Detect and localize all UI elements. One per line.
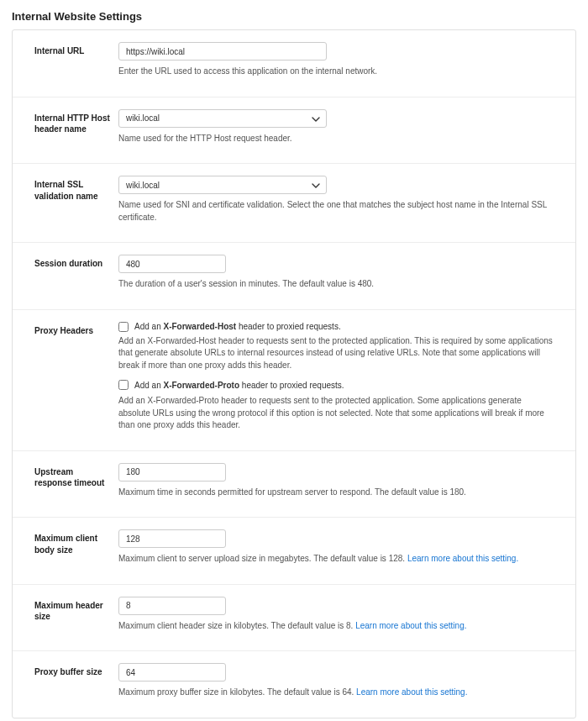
upstream-timeout-input[interactable] xyxy=(118,463,226,482)
help-x-forwarded-host: Add an X-Forwarded-Host header to reques… xyxy=(118,335,554,372)
page-title: Internal Website Settings xyxy=(12,10,576,23)
help-x-forwarded-proto: Add an X-Forwarded-Proto header to reque… xyxy=(118,395,554,432)
field-http-host: Internal HTTP Host header name wiki.loca… xyxy=(13,97,575,165)
field-proxy-headers: Proxy Headers Add an X-Forwarded-Host he… xyxy=(13,310,575,451)
field-session-duration: Session duration The duration of a user'… xyxy=(13,243,575,310)
max-header-input[interactable] xyxy=(118,597,226,615)
x-forwarded-host-option[interactable]: Add an X-Forwarded-Host header to proxie… xyxy=(118,322,554,332)
help-upstream-timeout: Maximum time in seconds permitted for up… xyxy=(118,487,554,499)
proxy-buffer-input[interactable] xyxy=(118,663,226,682)
x-forwarded-proto-label: Add an X-Forwarded-Proto header to proxi… xyxy=(134,381,344,390)
help-session-duration: The duration of a user's session in minu… xyxy=(118,278,554,291)
max-client-body-input[interactable] xyxy=(118,529,226,548)
label-session-duration: Session duration xyxy=(34,255,118,270)
x-forwarded-host-label: Add an X-Forwarded-Host header to proxie… xyxy=(134,322,341,331)
label-internal-url: Internal URL xyxy=(34,42,118,57)
learn-more-proxy-buffer-link[interactable]: Learn more about this setting. xyxy=(356,687,467,697)
learn-more-client-body-link[interactable]: Learn more about this setting. xyxy=(407,554,518,563)
label-max-header: Maximum header size xyxy=(34,597,118,623)
help-http-host: Name used for the HTTP Host request head… xyxy=(118,133,554,145)
field-ssl-validation: Internal SSL validation name wiki.local … xyxy=(13,164,575,243)
field-proxy-buffer: Proxy buffer size Maximum proxy buffer s… xyxy=(13,651,575,718)
label-proxy-buffer: Proxy buffer size xyxy=(34,663,118,678)
field-max-header: Maximum header size Maximum client heade… xyxy=(13,585,575,652)
internal-url-input[interactable] xyxy=(118,42,327,61)
label-ssl-validation: Internal SSL validation name xyxy=(34,176,118,202)
label-proxy-headers: Proxy Headers xyxy=(34,322,118,337)
field-max-client-body: Maximum client body size Maximum client … xyxy=(13,518,575,585)
help-internal-url: Enter the URL used to access this applic… xyxy=(118,66,554,78)
x-forwarded-proto-checkbox[interactable] xyxy=(118,380,129,390)
help-max-client-body: Maximum client to server upload size in … xyxy=(118,553,554,566)
help-ssl-validation: Name used for SNI and certificate valida… xyxy=(118,199,554,224)
help-max-header: Maximum client header size in kilobytes.… xyxy=(118,620,554,633)
label-upstream-timeout: Upstream response timeout xyxy=(34,463,118,489)
field-upstream-timeout: Upstream response timeout Maximum time i… xyxy=(13,451,575,518)
x-forwarded-proto-option[interactable]: Add an X-Forwarded-Proto header to proxi… xyxy=(118,380,554,390)
session-duration-input[interactable] xyxy=(118,255,226,273)
x-forwarded-host-checkbox[interactable] xyxy=(118,322,129,332)
label-max-client-body: Maximum client body size xyxy=(34,529,118,555)
field-internal-url: Internal URL Enter the URL used to acces… xyxy=(13,30,575,97)
ssl-validation-select[interactable]: wiki.local xyxy=(118,176,327,194)
help-proxy-buffer: Maximum proxy buffer size in kilobytes. … xyxy=(118,687,554,699)
learn-more-header-link[interactable]: Learn more about this setting. xyxy=(355,621,466,630)
http-host-select[interactable]: wiki.local xyxy=(118,109,327,128)
label-http-host: Internal HTTP Host header name xyxy=(34,109,118,135)
settings-panel: Internal URL Enter the URL used to acces… xyxy=(12,29,576,718)
